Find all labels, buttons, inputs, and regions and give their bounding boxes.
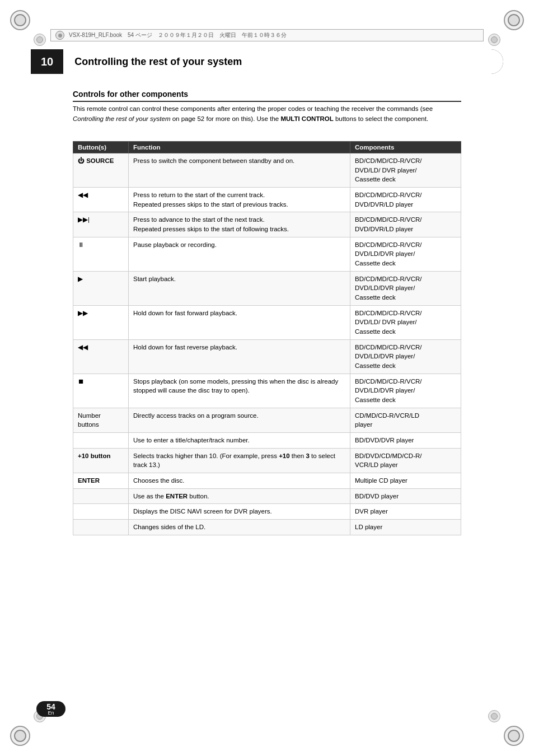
table-cell-function: Stops playback (on some models, pressing… <box>129 374 350 408</box>
table-cell-function: Displays the DISC NAVI screen for DVR pl… <box>129 504 350 520</box>
table-cell-button: ⏸ <box>73 237 129 271</box>
table-cell-components: CD/MD/CD-R/VCR/LD player <box>350 408 461 432</box>
col-header-button: Button(s) <box>73 142 129 153</box>
table-cell-button: ▶▶| <box>73 212 129 237</box>
table-row: Changes sides of the LD.LD player <box>73 520 461 535</box>
table-cell-button <box>73 488 129 504</box>
table-cell-button: ▶▶ <box>73 305 129 339</box>
table-cell-components: LD player <box>350 520 461 535</box>
table-cell-function: Hold down for fast forward playback. <box>129 305 350 339</box>
table-cell-button: ◀◀ <box>73 188 129 212</box>
table-row: +10 buttonSelects tracks higher than 10.… <box>73 448 461 473</box>
table-cell-function: Changes sides of the LD. <box>129 520 350 535</box>
inner-corner-tl <box>34 34 46 46</box>
table-cell-button: ⏹ <box>73 374 129 408</box>
controls-table: Button(s) Function Components ⏻ SOURCEPr… <box>73 141 461 535</box>
table-cell-button <box>73 433 129 449</box>
table-cell-button: ▶ <box>73 271 129 305</box>
corner-decoration-tr <box>504 10 524 30</box>
page-number: 54 <box>46 703 55 711</box>
table-cell-components: BD/DVD player <box>350 488 461 504</box>
table-row: ENTERChooses the disc.Multiple CD player <box>73 473 461 489</box>
chapter-number: 10 <box>31 49 63 74</box>
page-number-box: 54 En <box>36 701 65 717</box>
table-row: ⏸Pause playback or recording.BD/CD/MD/CD… <box>73 237 461 271</box>
inner-corner-tr <box>488 34 500 46</box>
table-cell-function: Hold down for fast reverse playback. <box>129 339 350 374</box>
table-cell-function: Chooses the disc. <box>129 473 350 489</box>
col-header-function: Function <box>129 142 350 153</box>
chapter-header: 10 Controlling the rest of your system <box>31 49 503 74</box>
table-row: ▶Start playback.BD/CD/MD/CD-R/VCR/ DVD/L… <box>73 271 461 305</box>
corner-decoration-br <box>504 726 524 746</box>
table-cell-function: Press to switch the component between st… <box>129 153 350 188</box>
table-cell-button: ENTER <box>73 473 129 489</box>
table-row: ▶▶|Press to advance to the start of the … <box>73 212 461 237</box>
table-row: ◀◀Hold down for fast reverse playback.BD… <box>73 339 461 374</box>
table-cell-components: BD/CD/MD/CD-R/VCR/ DVD/LD/DVR player/ Ca… <box>350 339 461 374</box>
corner-decoration-tl <box>10 10 30 30</box>
header-bar: VSX-819H_RLF.book 54 ページ ２００９年１月２０日 火曜日 … <box>50 29 484 41</box>
table-cell-components: BD/CD/MD/CD-R/VCR/ DVD/LD/DVR player/ Ca… <box>350 374 461 408</box>
table-cell-components: BD/CD/MD/CD-R/VCR/ DVD/LD/DVR player/ Ca… <box>350 271 461 305</box>
table-cell-button: +10 button <box>73 448 129 473</box>
table-row: ⏻ SOURCEPress to switch the component be… <box>73 153 461 188</box>
table-cell-components: BD/CD/MD/CD-R/VCR/ DVD/LD/DVR player/ Ca… <box>350 237 461 271</box>
italic-reference: Controlling the rest of your system <box>73 115 171 122</box>
corner-decoration-bl <box>10 726 30 746</box>
inner-corner-br <box>488 710 500 722</box>
intro-text: This remote control can control these co… <box>73 104 461 124</box>
col-header-components: Components <box>350 142 461 153</box>
table-row: Use as the ENTER button.BD/DVD player <box>73 488 461 504</box>
table-cell-function: Selects tracks higher than 10. (For exam… <box>129 448 350 473</box>
table-cell-components: BD/CD/MD/CD-R/VCR/ DVD/LD/ DVR player/ C… <box>350 305 461 339</box>
bold-multi-control: MULTI CONTROL <box>280 115 333 122</box>
table-cell-components: BD/CD/MD/CD-R/VCR/ DVD/LD/ DVR player/ C… <box>350 153 461 188</box>
table-cell-button: Number buttons <box>73 408 129 432</box>
table-cell-button <box>73 504 129 520</box>
table-row: ⏹Stops playback (on some models, pressin… <box>73 374 461 408</box>
table-cell-components: BD/CD/MD/CD-R/VCR/ DVD/DVR/LD player <box>350 212 461 237</box>
header-file-info: VSX-819H_RLF.book 54 ページ ２００９年１月２０日 火曜日 … <box>69 31 287 39</box>
table-cell-components: BD/CD/MD/CD-R/VCR/ DVD/DVR/LD player <box>350 188 461 212</box>
table-cell-function: Use as the ENTER button. <box>129 488 350 504</box>
table-cell-function: Pause playback or recording. <box>129 237 350 271</box>
table-cell-function: Press to return to the start of the curr… <box>129 188 350 212</box>
header-target-icon <box>55 31 64 40</box>
table-cell-components: Multiple CD player <box>350 473 461 489</box>
table-cell-components: BD/DVD/DVR player <box>350 433 461 449</box>
table-cell-button <box>73 520 129 535</box>
table-row: ▶▶Hold down for fast forward playback.BD… <box>73 305 461 339</box>
table-cell-components: BD/DVD/CD/MD/CD-R/ VCR/LD player <box>350 448 461 473</box>
table-row: Use to enter a title/chapter/track numbe… <box>73 433 461 449</box>
chapter-title: Controlling the rest of your system <box>63 49 503 74</box>
table-row: Displays the DISC NAVI screen for DVR pl… <box>73 504 461 520</box>
table-cell-function: Press to advance to the start of the nex… <box>129 212 350 237</box>
table-cell-components: DVR player <box>350 504 461 520</box>
section-title-bar: Controls for other components <box>73 90 461 102</box>
page-lang: En <box>48 711 54 716</box>
table-cell-function: Start playback. <box>129 271 350 305</box>
table-cell-button: ◀◀ <box>73 339 129 374</box>
table-row: ◀◀Press to return to the start of the cu… <box>73 188 461 212</box>
table-cell-button: ⏻ SOURCE <box>73 153 129 188</box>
table-cell-function: Directly access tracks on a program sour… <box>129 408 350 432</box>
table-cell-function: Use to enter a title/chapter/track numbe… <box>129 433 350 449</box>
table-row: Number buttonsDirectly access tracks on … <box>73 408 461 432</box>
section-title: Controls for other components <box>73 90 188 99</box>
